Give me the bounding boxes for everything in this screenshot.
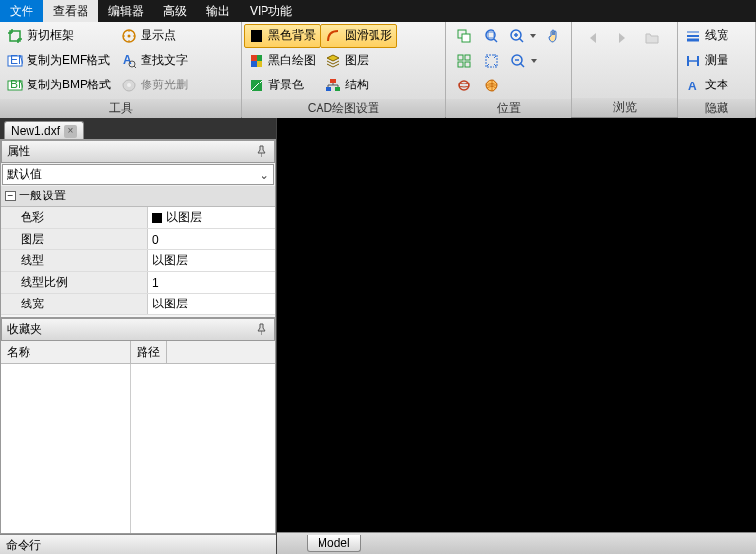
- measure-label: 测量: [705, 52, 728, 69]
- pin-icon[interactable]: [256, 145, 269, 159]
- svg-rect-11: [251, 30, 262, 42]
- properties-title: 属性: [7, 143, 30, 160]
- copy-emf-button[interactable]: EMF 复制为EMF格式: [2, 48, 116, 73]
- show-points-button[interactable]: 显示点: [116, 24, 193, 48]
- measure-button[interactable]: 测量: [680, 48, 733, 73]
- structure-label: 结构: [345, 77, 369, 93]
- pan-button[interactable]: [540, 24, 567, 48]
- prop-value[interactable]: 以图层: [148, 250, 275, 271]
- black-bg-button[interactable]: 黑色背景: [244, 24, 320, 48]
- ribbon-group-browse-label: 浏览: [572, 98, 677, 117]
- smooth-arc-label: 圆滑弧形: [345, 28, 392, 44]
- win-tile-icon: [456, 53, 472, 69]
- svg-point-32: [459, 83, 469, 87]
- fit-icon: [484, 53, 499, 69]
- default-value-label: 默认值: [7, 166, 42, 183]
- structure-button[interactable]: 结构: [320, 73, 397, 97]
- lineweight-button[interactable]: 线宽: [680, 24, 733, 48]
- prop-row-linetype[interactable]: 线型 以图层: [1, 250, 275, 272]
- globe-button[interactable]: [478, 73, 505, 97]
- zoom-in-icon: [509, 28, 525, 44]
- pin-icon[interactable]: [256, 323, 269, 337]
- category-label: 一般设置: [19, 188, 66, 204]
- copy-emf-label: 复制为EMF格式: [27, 52, 110, 69]
- prop-value[interactable]: 0: [148, 229, 275, 249]
- find-text-button[interactable]: A 查找文字: [116, 48, 193, 73]
- model-tab[interactable]: Model: [307, 535, 361, 552]
- win-tile-button[interactable]: [450, 48, 478, 73]
- find-text-icon: A: [121, 53, 137, 69]
- ribbon-group-tools-label: 工具: [0, 99, 241, 118]
- bw-plot-button[interactable]: 黑白绘图: [244, 48, 320, 73]
- prop-value[interactable]: 以图层: [148, 207, 275, 228]
- zoom-in-button[interactable]: [505, 24, 541, 48]
- menu-file[interactable]: 文件: [0, 0, 43, 22]
- prop-row-color[interactable]: 色彩 以图层: [1, 207, 275, 229]
- ribbon-group-tools: 剪切框架 EMF 复制为EMF格式 BMP 复制为BMP格式 显示点 A: [0, 22, 242, 117]
- close-icon[interactable]: ×: [64, 125, 77, 138]
- arrow-right-icon: [614, 30, 630, 46]
- layers-label: 图层: [345, 52, 369, 69]
- menu-viewer[interactable]: 查看器: [43, 0, 98, 22]
- win-duplicate-button[interactable]: [450, 24, 478, 48]
- zoom-out-button[interactable]: [505, 48, 541, 73]
- bg-color-button[interactable]: 背景色: [244, 73, 320, 97]
- zoom-out-icon: [510, 53, 526, 69]
- svg-rect-15: [257, 61, 262, 67]
- svg-point-10: [127, 83, 131, 87]
- nav-fwd-button: [608, 26, 637, 50]
- prop-row-lineweight[interactable]: 线宽 以图层: [1, 294, 275, 315]
- favorites-columns: 名称 路径: [1, 341, 275, 364]
- svg-point-31: [459, 81, 469, 90]
- menu-editor[interactable]: 编辑器: [98, 0, 153, 22]
- prop-value[interactable]: 1: [148, 272, 275, 293]
- copy-bmp-button[interactable]: BMP 复制为BMP格式: [2, 73, 116, 97]
- favorites-panel: 收藏夹 名称 路径: [0, 318, 276, 534]
- black-bg-label: 黑色背景: [268, 28, 316, 44]
- drawing-canvas[interactable]: Model: [276, 118, 756, 554]
- collapse-icon[interactable]: −: [5, 191, 16, 201]
- trim-button: 修剪光删: [116, 73, 193, 97]
- menu-vip[interactable]: VIP功能: [240, 0, 302, 22]
- file-tabs: New1.dxf ×: [0, 118, 276, 139]
- chevron-down-icon: [530, 34, 536, 38]
- win-duplicate-icon: [456, 28, 472, 44]
- smooth-arc-button[interactable]: 圆滑弧形: [320, 24, 397, 48]
- menu-output[interactable]: 输出: [197, 0, 240, 22]
- property-grid[interactable]: − 一般设置 色彩 以图层 图层 0 线型 以图层 线型比例 1: [1, 186, 275, 317]
- nav-back-button: [578, 26, 608, 50]
- command-line[interactable]: 命令行: [0, 534, 276, 554]
- client-area: New1.dxf × 属性 默认值 ⌄ − 一般设置 色彩 以图层: [0, 118, 756, 554]
- prop-row-ltscale[interactable]: 线型比例 1: [1, 272, 275, 294]
- prop-key: 线宽: [1, 294, 148, 314]
- arc-icon: [325, 28, 341, 44]
- orbit-button[interactable]: [450, 73, 478, 97]
- favorites-body[interactable]: [1, 364, 275, 533]
- col-path[interactable]: 路径: [131, 341, 167, 363]
- file-tab-label: New1.dxf: [11, 124, 60, 138]
- lineweight-label: 线宽: [705, 28, 728, 44]
- structure-icon: [325, 78, 341, 93]
- text-button[interactable]: A 文本: [680, 73, 733, 97]
- file-tab[interactable]: New1.dxf ×: [4, 121, 84, 139]
- fit-button[interactable]: [478, 48, 505, 73]
- zoom-all-button[interactable]: [478, 24, 505, 48]
- svg-rect-28: [465, 62, 470, 67]
- prop-key: 图层: [1, 229, 148, 249]
- prop-row-layer[interactable]: 图层 0: [1, 229, 275, 250]
- ribbon-group-hide: 线宽 测量 A 文本 隐藏: [678, 22, 756, 117]
- layers-button[interactable]: 图层: [320, 48, 397, 73]
- folder-open-icon: [644, 30, 660, 46]
- crop-frame-button[interactable]: 剪切框架: [2, 24, 116, 48]
- open-file-button: [637, 26, 667, 50]
- prop-key: 线型: [1, 250, 148, 271]
- default-value-combo[interactable]: 默认值 ⌄: [2, 164, 274, 185]
- orbit-icon: [456, 78, 472, 93]
- menu-bar: 文件 查看器 编辑器 高级 输出 VIP功能: [0, 0, 756, 22]
- prop-value[interactable]: 以图层: [148, 294, 275, 314]
- svg-rect-12: [251, 55, 257, 61]
- col-name[interactable]: 名称: [1, 341, 131, 363]
- menu-advanced[interactable]: 高级: [153, 0, 197, 22]
- property-category[interactable]: − 一般设置: [1, 186, 275, 207]
- favorites-header: 收藏夹: [1, 318, 275, 341]
